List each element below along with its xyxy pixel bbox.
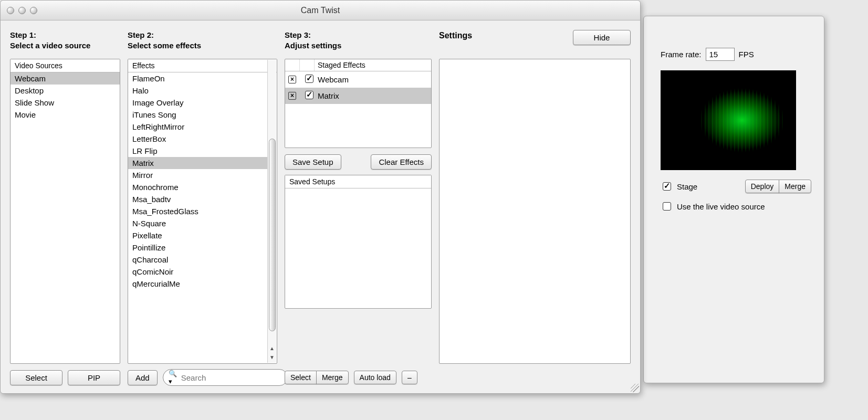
effect-row[interactable]: qComicNoir [128, 266, 267, 278]
step3-heading: Step 3: Adjust settings [285, 30, 432, 51]
staged-effects-header[interactable]: Staged Effects [315, 59, 431, 71]
merge-button[interactable]: Merge [779, 180, 811, 193]
saved-setups-list[interactable] [285, 188, 431, 308]
resize-grip-icon[interactable] [631, 384, 639, 392]
source-row[interactable]: Movie [11, 109, 120, 121]
effect-row[interactable]: LeftRightMirror [128, 121, 267, 133]
clear-effects-button[interactable]: Clear Effects [371, 154, 432, 170]
window-title: Cam Twist [1, 6, 640, 15]
autoload-button[interactable]: Auto load [354, 371, 396, 384]
close-icon[interactable] [7, 7, 14, 14]
scroll-up-icon[interactable]: ▲ [268, 345, 276, 352]
effects-list[interactable]: FlameOnHaloImage OverlayiTunes SongLeftR… [128, 72, 277, 364]
effect-row[interactable]: Msa_FrostedGlass [128, 205, 267, 217]
staged-enable-checkbox[interactable] [305, 91, 313, 99]
source-row[interactable]: Desktop [11, 85, 120, 97]
staged-enable-checkbox[interactable] [305, 75, 313, 83]
effect-row[interactable]: Mirror [128, 169, 267, 181]
video-sources-list[interactable]: WebcamDesktopSlide ShowMovie [11, 72, 120, 364]
frame-rate-input[interactable] [706, 48, 735, 61]
stage-checkbox[interactable] [663, 182, 671, 191]
zoom-icon[interactable] [30, 7, 37, 14]
step1-heading: Step 1: Select a video source [10, 30, 120, 51]
effect-row[interactable]: N-Square [128, 217, 267, 229]
saved-setups-header[interactable]: Saved Setups [285, 175, 431, 188]
staged-row[interactable]: ×Matrix [285, 88, 431, 104]
fps-suffix: FPS [739, 50, 754, 59]
staged-row[interactable]: ×Webcam [285, 71, 431, 88]
frame-rate-label: Frame rate: [661, 50, 702, 59]
title-bar[interactable]: Cam Twist [1, 1, 640, 20]
video-preview [661, 70, 796, 170]
effect-row[interactable]: qMercurialMe [128, 278, 267, 290]
setup-select-button[interactable]: Select [285, 371, 317, 384]
use-live-checkbox[interactable] [663, 202, 671, 211]
setup-merge-button[interactable]: Merge [316, 371, 349, 384]
remove-staged-icon[interactable]: × [288, 92, 296, 100]
staged-effects-box: Staged Effects ×Webcam×Matrix [285, 59, 432, 148]
effect-row[interactable]: Halo [128, 85, 267, 97]
effects-header[interactable]: Effects ▲ [128, 59, 277, 72]
effect-row[interactable]: Matrix [128, 157, 267, 169]
effects-search[interactable]: 🔍▾ [163, 369, 288, 386]
pip-button[interactable]: PIP [68, 370, 120, 385]
hide-button[interactable]: Hide [573, 30, 631, 45]
effect-row[interactable]: Pointillize [128, 242, 267, 254]
video-sources-header[interactable]: Video Sources [11, 59, 120, 72]
effect-row[interactable]: Pixellate [128, 229, 267, 242]
save-setup-button[interactable]: Save Setup [285, 154, 341, 170]
add-effect-button[interactable]: Add [128, 370, 158, 385]
staged-name: Matrix [315, 90, 431, 102]
source-row[interactable]: Slide Show [11, 97, 120, 109]
minimize-icon[interactable] [18, 7, 26, 14]
search-icon: 🔍▾ [169, 370, 177, 385]
remove-staged-icon[interactable]: × [288, 76, 296, 83]
effect-row[interactable]: FlameOn [128, 72, 267, 85]
effect-row[interactable]: iTunes Song [128, 109, 267, 121]
effect-row[interactable]: Msa_badtv [128, 193, 267, 205]
deploy-button[interactable]: Deploy [745, 180, 780, 193]
step2-heading: Step 2: Select some effects [128, 30, 277, 51]
staged-name: Webcam [315, 74, 431, 86]
scroll-thumb[interactable] [269, 139, 276, 332]
stage-checkbox-label[interactable]: Stage [661, 181, 697, 192]
effects-search-input[interactable] [180, 373, 282, 383]
preview-window: Frame rate: FPS Stage Deploy Merge Use t… [643, 16, 824, 383]
effect-row[interactable]: Image Overlay [128, 97, 267, 109]
scroll-down-icon[interactable]: ▼ [268, 354, 276, 361]
main-window: Cam Twist Step 1: Select a video source … [0, 0, 641, 394]
source-row[interactable]: Webcam [11, 72, 120, 85]
remove-setup-button[interactable]: – [402, 371, 417, 384]
effect-row[interactable]: Monochrome [128, 181, 267, 193]
select-source-button[interactable]: Select [10, 370, 62, 385]
staged-effects-list[interactable]: ×Webcam×Matrix [285, 71, 431, 104]
settings-panel [439, 59, 631, 364]
effect-row[interactable]: LR Flip [128, 145, 267, 157]
effect-row[interactable]: qCharcoal [128, 254, 267, 266]
use-live-checkbox-label[interactable]: Use the live video source [661, 201, 811, 212]
effects-scrollbar[interactable]: ▲ ▼ [267, 60, 276, 363]
settings-heading: Settings [439, 31, 472, 40]
effect-row[interactable]: LetterBox [128, 133, 267, 145]
